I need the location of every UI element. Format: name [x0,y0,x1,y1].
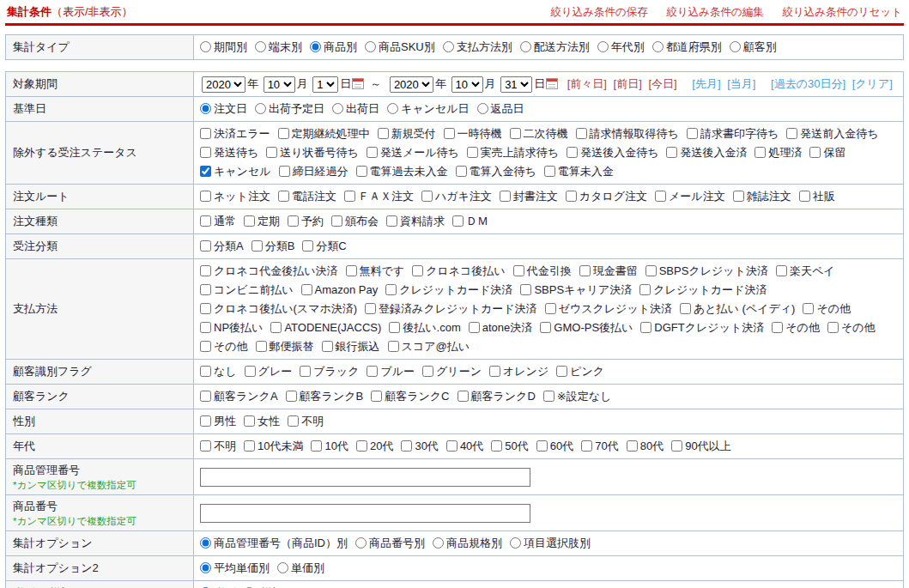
age-checkbox[interactable] [536,440,548,452]
reset-filter-link[interactable]: 絞り込み条件のリセット [782,6,902,18]
order-route-checkbox[interactable] [655,191,666,202]
aggregate-type-option[interactable]: 支払方法別 [443,38,512,57]
customer-flag-checkbox[interactable] [422,366,433,377]
excluded-status-option[interactable]: 処理済 [754,143,802,162]
payment-method-checkbox[interactable] [200,322,211,333]
payment-method-checkbox[interactable] [680,303,691,314]
calendar-icon[interactable] [546,78,558,89]
age-option[interactable]: 10代未満 [244,437,303,456]
customer-rank-option[interactable]: 顧客ランクC [371,387,449,406]
age-checkbox[interactable] [671,440,682,452]
to-day-select[interactable]: 31 [500,76,532,93]
agg-option-radio[interactable] [200,537,211,549]
payment-method-checkbox[interactable] [776,265,787,276]
payment-method-option[interactable]: SBPSキャリア決済 [520,281,632,300]
aggregate-type-option[interactable]: 期間別 [200,38,247,57]
payment-method-option[interactable]: その他 [772,318,820,337]
excluded-status-option[interactable]: 一時待機 [444,124,502,143]
age-option[interactable]: 20代 [356,437,393,456]
excluded-status-checkbox[interactable] [544,166,555,177]
order-type-option[interactable]: 定期 [244,212,280,231]
show-hide-toggle[interactable]: （表示/非表示） [52,5,133,18]
excluded-status-checkbox[interactable] [200,166,211,177]
order-type-option[interactable]: ＤＭ [452,212,488,231]
order-type-checkbox[interactable] [386,215,397,227]
base-date-option[interactable]: 出荷予定日 [255,100,324,118]
excluded-status-checkbox[interactable] [279,166,290,177]
aggregate-type-radio[interactable] [520,41,531,52]
payment-method-checkbox[interactable] [540,322,551,333]
order-route-option[interactable]: ハガキ注文 [421,187,492,206]
age-checkbox[interactable] [311,440,322,452]
quick-link-last-month[interactable]: [先月] [692,77,720,90]
aggregate-type-radio[interactable] [255,41,266,52]
excluded-status-checkbox[interactable] [367,147,378,158]
aggregate-type-radio[interactable] [310,41,321,52]
payment-method-checkbox[interactable] [389,322,400,333]
aggregate-type-radio[interactable] [443,41,454,52]
order-type-option[interactable]: 予約 [288,212,324,231]
agg-option-option[interactable]: 商品管理番号（商品ID）別 [200,534,348,553]
age-checkbox[interactable] [401,440,412,452]
customer-flag-option[interactable]: ブラック [300,362,359,381]
order-class-option[interactable]: 分類A [200,237,244,256]
quick-link-this-month[interactable]: [当月] [727,77,755,90]
product-mgmt-no-input[interactable] [200,468,530,487]
payment-method-checkbox[interactable] [200,303,211,314]
gender-option[interactable]: 男性 [200,412,236,431]
order-route-option[interactable]: 雑誌注文 [733,187,791,206]
agg-option-option[interactable]: 商品規格別 [433,534,502,553]
age-checkbox[interactable] [356,440,367,452]
age-option[interactable]: 40代 [446,437,483,456]
payment-method-checkbox[interactable] [200,284,211,295]
gender-option[interactable]: 女性 [244,412,280,431]
base-date-option[interactable]: 出荷日 [332,100,379,118]
order-route-checkbox[interactable] [566,191,577,202]
excluded-status-option[interactable]: 電算過去未入金 [356,162,448,181]
excluded-status-option[interactable]: 送り状番号待ち [266,143,359,162]
calendar-icon[interactable] [352,78,364,89]
agg-option-radio[interactable] [355,537,367,549]
gender-checkbox[interactable] [200,415,211,427]
quick-link-today[interactable]: [今日] [648,77,676,90]
customer-rank-checkbox[interactable] [200,391,211,402]
order-type-checkbox[interactable] [452,215,464,227]
base-date-radio[interactable] [387,103,398,114]
payment-method-option[interactable]: ゼウスクレジット決済 [545,300,672,318]
payment-method-option[interactable]: ATODENE(JACCS) [270,318,381,337]
order-type-option[interactable]: 通常 [200,212,236,231]
excluded-status-checkbox[interactable] [444,128,455,139]
aggregate-type-option[interactable]: 顧客別 [730,38,777,57]
agg-option-option[interactable]: 項目選択肢別 [510,534,591,553]
payment-method-checkbox[interactable] [270,322,282,333]
payment-method-checkbox[interactable] [469,322,480,333]
agg-option2-radio[interactable] [200,562,211,573]
excluded-status-checkbox[interactable] [809,147,821,158]
excluded-status-option[interactable]: 二次待機 [510,124,568,143]
excluded-status-option[interactable]: 請求書印字待ち [687,124,779,143]
age-option[interactable]: 80代 [627,437,664,456]
customer-flag-option[interactable]: オレンジ [489,362,548,381]
payment-method-checkbox[interactable] [301,284,312,295]
base-date-radio[interactable] [255,103,266,114]
excluded-status-checkbox[interactable] [510,128,521,139]
base-date-radio[interactable] [332,103,343,114]
customer-flag-checkbox[interactable] [245,366,256,377]
excluded-status-option[interactable]: 締日経過分 [279,162,348,181]
age-option[interactable]: 90代以上 [671,437,730,456]
excluded-status-checkbox[interactable] [378,128,389,139]
excluded-status-option[interactable]: 発送待ち [200,143,258,162]
payment-method-option[interactable]: DGFTクレジット決済 [640,318,764,337]
payment-method-checkbox[interactable] [322,341,333,352]
order-type-checkbox[interactable] [244,215,255,227]
payment-method-option[interactable]: スコア@払い [388,337,470,356]
age-option[interactable]: 50代 [491,437,528,456]
agg-option2-option[interactable]: 平均単価別 [200,559,270,578]
payment-method-checkbox[interactable] [645,265,657,276]
payment-method-option[interactable]: 楽天ペイ [776,262,835,281]
excluded-status-checkbox[interactable] [356,166,367,177]
excluded-status-checkbox[interactable] [456,166,467,177]
age-option[interactable]: 70代 [581,437,618,456]
customer-flag-option[interactable]: なし [200,362,237,381]
order-route-option[interactable]: 電話注文 [278,187,336,206]
